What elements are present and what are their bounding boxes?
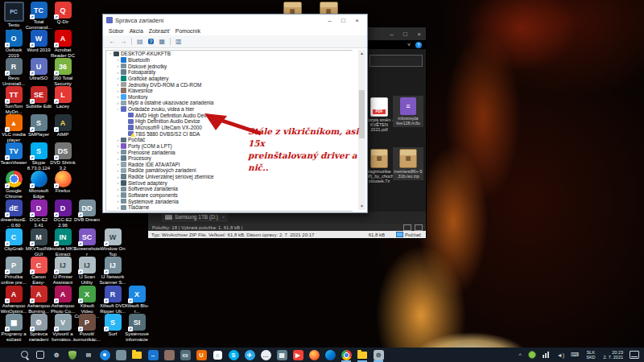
keyboard-icon[interactable]: ⌨ [571, 352, 579, 358]
settings-gear-icon[interactable]: ⚙ [48, 348, 64, 362]
telegram-icon[interactable]: ✈ [242, 348, 258, 362]
details-view-icon[interactable] [403, 224, 411, 231]
expander-icon[interactable]: › [115, 76, 121, 80]
desktop-icon-total-command[interactable]: TCTotal Command... [25, 2, 52, 30]
desktop-icon-revo-uninstall[interactable]: RRevo Uninstall... [0, 58, 27, 86]
desktop-icon-google-chrome[interactable]: Google Chrome [0, 171, 27, 199]
ultraiso-icon[interactable]: U [193, 348, 209, 362]
pinned-folder-icon[interactable] [129, 348, 145, 362]
gray-app-icon[interactable] [113, 348, 129, 362]
chevron-down-icon[interactable]: ˅ [222, 215, 225, 220]
expander-icon[interactable]: › [115, 193, 121, 198]
antivirus-tray-icon[interactable] [528, 351, 536, 359]
teamviewer-icon[interactable]: ↔ [145, 348, 161, 362]
security-shield-icon[interactable] [64, 348, 80, 362]
device-tree-item[interactable]: ›DESKTOP-KKUKFTB [106, 51, 353, 57]
explorer-maximize-button[interactable]: □ [398, 31, 412, 38]
youtube-icon[interactable]: ▶ [290, 348, 306, 362]
device-tree-item[interactable]: ›Tlačiarne [106, 204, 353, 211]
help-icon[interactable]: ? [415, 42, 422, 48]
firefox-icon[interactable] [306, 348, 322, 362]
explorer-minimize-button[interactable]: – [385, 31, 398, 38]
desktop-icon-xilisoft-dvd-ripper-ult[interactable]: RXilisoft DVD Ripper Ult... [99, 286, 126, 314]
desktop-icon-mkvtoolnix-gui[interactable]: MMKVToolNix GUI [25, 228, 52, 257]
desktop-icon-ashampoo-photo-co[interactable]: AAshampoo Photo Co... [49, 286, 76, 314]
help-icon[interactable]: ? [148, 39, 155, 44]
explorer-icon[interactable] [354, 348, 370, 362]
desktop-icon-spr-vca-zariaden[interactable]: ⚙Správca zariadení [25, 314, 52, 342]
desktop-icon-dvd-shrink-3-2[interactable]: DSDVD Shrink 3.2 [49, 142, 76, 171]
expander-icon[interactable]: › [115, 94, 121, 99]
desktop-icon-360-total-security[interactable]: 36360 Total Security [49, 58, 76, 86]
desktop-icon-ashampoo-burning[interactable]: AAshampoo Burning... [25, 286, 52, 314]
desktop-icon-tomtom-mydri[interactable]: TTTomTom MyDri... [0, 86, 27, 114]
desktop-icon-vytvori-a-form-tov[interactable]: VVytvoriť a formátov... [49, 314, 76, 342]
device-tree-item[interactable]: ›Grafické adaptéry [106, 76, 353, 82]
desktop-icon-word-2019[interactable]: WWord 2019 [25, 30, 52, 53]
desktop-icon-screenshoter[interactable]: SCScreenshoter [73, 228, 101, 257]
edge-icon[interactable] [322, 348, 338, 362]
desktop-icon-povoli-komunik-c[interactable]: PPovoliť komunikác... [73, 314, 101, 342]
expander-icon[interactable]: › [115, 180, 121, 185]
device-tree-item[interactable]: ›Myši a ostatné ukazovacie zariadenia [106, 100, 353, 106]
network-icon[interactable] [543, 352, 551, 358]
expander-icon[interactable]: › [115, 175, 121, 179]
laptop-app-icon[interactable]: ▤ [274, 348, 290, 362]
desktop-icon-q-dir[interactable]: QQ-Dir [49, 2, 76, 25]
search-icon[interactable] [16, 348, 32, 362]
expander-icon[interactable]: › [115, 150, 121, 154]
desktop-icon-acrobat-reader-dc[interactable]: AAcrobat Reader DC [49, 30, 76, 58]
menu-item-súbor[interactable]: Súbor [109, 28, 124, 34]
expander-icon[interactable]: › [109, 51, 114, 56]
clock[interactable]: 20:23 2. 7. 2021 [604, 350, 623, 360]
action-pane-icon[interactable]: ▥ [175, 38, 182, 45]
expander-icon[interactable]: › [115, 143, 121, 148]
forward-icon[interactable]: → [120, 38, 126, 45]
back-icon[interactable]: ← [109, 38, 115, 45]
desktop-icon-surf[interactable]: SSurf [99, 314, 126, 337]
desktop-icon-xilisoft-blu-r[interactable]: XXilisoft Blu-r... [123, 286, 151, 314]
expander-icon[interactable]: › [115, 199, 121, 204]
desktop-icon-ashampoo-winoptimi[interactable]: AAshampoo WinOptimi... [0, 286, 27, 314]
device-tree-item[interactable]: ›Klávesnice [106, 88, 353, 94]
desktop-icon-window-on-top[interactable]: WWindow On Top [99, 228, 126, 257]
desktop-icon-lacey[interactable]: LLacey [49, 86, 76, 109]
desktop-icon-ij-scan-utility[interactable]: IJIJ Scan Utility [73, 257, 101, 285]
chevron-down-icon[interactable]: ˅ [407, 42, 411, 47]
close-button[interactable]: × [350, 17, 364, 24]
expander-icon[interactable]: › [115, 82, 121, 87]
desktop-icon-skype-8-73-0-124[interactable]: SSkype 8.73.0.124 [25, 142, 52, 171]
properties-icon[interactable]: ▦ [159, 38, 165, 45]
minimize-button[interactable]: – [323, 17, 336, 24]
console-tree-icon[interactable]: ▤ [137, 38, 143, 45]
expander-icon[interactable]: › [115, 156, 121, 161]
menu-item-zobraziť[interactable]: Zobraziť [149, 28, 170, 34]
desktop-icon-smplayer[interactable]: SSMPlayer [25, 114, 52, 138]
tray-chevron-icon[interactable]: ^ [519, 352, 522, 358]
device-tree-item[interactable]: ›Fotoaparáty [106, 69, 353, 76]
expander-icon[interactable]: › [115, 168, 121, 173]
expander-icon[interactable]: › [115, 187, 121, 191]
desktop-icon-inviska-mkv-extract[interactable]: INInviska MKV Extract [49, 228, 76, 257]
expander-icon[interactable]: › [115, 162, 121, 167]
desktop-icon-aimp[interactable]: AAIMP [49, 114, 76, 138]
language-indicator[interactable]: SLK SKD [586, 350, 595, 360]
action-center-icon[interactable] [630, 351, 639, 359]
device-tree-item[interactable]: ›Systémové zariadenia [106, 198, 353, 204]
explorer-close-button[interactable]: × [412, 31, 426, 38]
expander-icon[interactable]: › [115, 101, 121, 105]
expander-icon[interactable]: › [116, 106, 121, 112]
explorer-search-input[interactable] [369, 55, 423, 67]
menu-item-pomocník[interactable]: Pomocník [175, 28, 200, 34]
device-tree-item[interactable]: ›Software components [106, 192, 353, 199]
device-tree-item[interactable]: ›Radiče Univerzálnej sériovej zbernice [106, 174, 353, 180]
desktop-icon-subtitle-edit[interactable]: SESubtitle Edit [25, 86, 52, 109]
expander-icon[interactable]: › [115, 70, 121, 75]
desktop-icon-programy-a-s-asti[interactable]: ▦Programy a súčasti [0, 314, 27, 342]
mail-icon[interactable]: ✉ [80, 348, 97, 362]
device-manager-icon[interactable]: ⚙ [370, 348, 386, 362]
desktop-icon-syst-mov-inform-cie[interactable]: SISystémové informácie [123, 314, 151, 342]
device-tree-item[interactable]: ›Jednotky DVD-ROM a CD-ROM [106, 81, 353, 88]
desktop-icon-firefox[interactable]: Firefox [49, 171, 76, 194]
desktop-icon-vlc-media-player[interactable]: ▲VLC media player [0, 114, 27, 142]
